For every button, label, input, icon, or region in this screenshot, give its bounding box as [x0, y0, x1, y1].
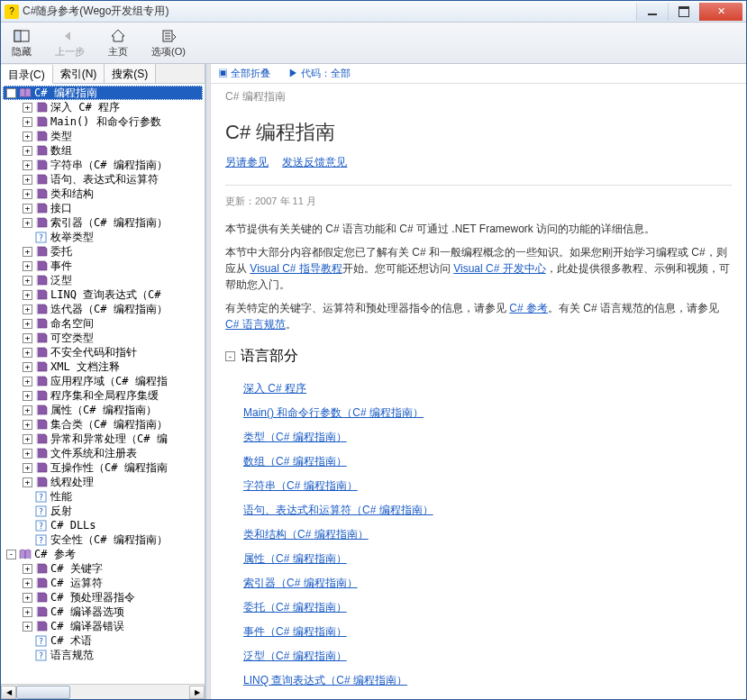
expand-icon[interactable]: + — [23, 247, 32, 257]
expand-icon[interactable]: + — [23, 333, 32, 343]
tree-node[interactable]: +数组 — [3, 143, 203, 158]
close-button[interactable] — [699, 3, 742, 21]
minimize-button[interactable] — [636, 3, 668, 21]
tree-node[interactable]: ?性能 — [3, 489, 203, 504]
tree-node[interactable]: +集合类（C# 编程指南） — [3, 417, 203, 432]
expand-icon[interactable]: + — [23, 391, 32, 401]
expand-icon[interactable]: + — [23, 103, 32, 113]
expand-icon[interactable]: + — [23, 290, 32, 300]
topic-link[interactable]: 语句、表达式和运算符（C# 编程指南） — [243, 498, 732, 523]
tree-node[interactable]: +C# 编译器选项 — [3, 605, 203, 619]
expand-icon[interactable]: + — [23, 276, 32, 286]
topic-link[interactable]: 字符串（C# 编程指南） — [243, 474, 732, 498]
tree-node[interactable]: +命名空间 — [3, 316, 203, 331]
tree-node[interactable]: +可空类型 — [3, 331, 203, 345]
expand-icon[interactable]: + — [23, 189, 32, 199]
topic-link[interactable]: 事件（C# 编程指南） — [243, 620, 732, 644]
tree-node[interactable]: +线程处理 — [3, 475, 203, 489]
expand-icon[interactable]: + — [23, 377, 32, 386]
scroll-track[interactable] — [16, 686, 189, 699]
visual-csharp-tutorial-link[interactable]: Visual C# 指导教程 — [250, 262, 342, 275]
tree-node[interactable]: ?反射 — [3, 504, 203, 518]
expand-icon[interactable]: + — [23, 477, 32, 487]
expand-icon[interactable]: + — [23, 607, 32, 617]
csharp-reference-link[interactable]: C# 参考 — [509, 302, 548, 314]
tree-node[interactable]: +C# 关键字 — [3, 561, 203, 576]
expand-icon[interactable]: + — [23, 463, 32, 473]
tree-node[interactable]: +C# 预处理器指令 — [3, 590, 203, 605]
topic-link[interactable]: 委托（C# 编程指南） — [243, 595, 732, 620]
expand-icon[interactable]: + — [23, 622, 32, 632]
tree-node[interactable]: +程序集和全局程序集缓 — [3, 388, 203, 403]
expand-icon[interactable]: + — [23, 261, 32, 271]
tree-node[interactable]: +深入 C# 程序 — [3, 100, 203, 114]
tree-node[interactable]: +互操作性（C# 编程指南 — [3, 460, 203, 475]
tree-node[interactable]: +C# 编译器错误 — [3, 619, 203, 633]
tree-node[interactable]: +异常和异常处理（C# 编 — [3, 432, 203, 446]
expand-icon[interactable]: + — [23, 434, 32, 444]
topic-link[interactable]: Lambda 表达式（C# 编程指南） — [243, 693, 732, 699]
tree-node[interactable]: +文件系统和注册表 — [3, 446, 203, 460]
expand-icon[interactable]: + — [23, 218, 32, 228]
topic-link[interactable]: 索引器（C# 编程指南） — [243, 571, 732, 595]
tree-node[interactable]: +XML 文档注释 — [3, 359, 203, 374]
collapse-section-icon[interactable]: - — [225, 351, 235, 361]
see-also-link[interactable]: 另请参见 — [225, 156, 269, 168]
topic-link[interactable]: 类和结构（C# 编程指南） — [243, 523, 732, 547]
topic-link[interactable]: Main() 和命令行参数（C# 编程指南） — [243, 401, 732, 425]
tree-horizontal-scrollbar[interactable]: ◀ ▶ — [1, 684, 205, 699]
expand-icon[interactable]: + — [23, 564, 32, 574]
expand-icon[interactable]: + — [23, 593, 32, 603]
contents-tree[interactable]: -C# 编程指南+深入 C# 程序+Main() 和命令行参数+类型+数组+字符… — [1, 84, 205, 684]
tree-node[interactable]: +委托 — [3, 244, 203, 259]
expand-icon[interactable]: + — [23, 420, 32, 430]
search-tab[interactable]: 搜索(S) — [105, 64, 156, 83]
tree-node[interactable]: -C# 参考 — [3, 547, 203, 561]
hide-button[interactable]: 隐藏 — [6, 26, 37, 60]
tree-node[interactable]: +LINQ 查询表达式（C# — [3, 287, 203, 302]
visual-csharp-dev-center-link[interactable]: Visual C# 开发中心 — [453, 262, 545, 275]
scroll-left-button[interactable]: ◀ — [1, 686, 16, 699]
expand-icon[interactable]: + — [23, 319, 32, 329]
feedback-link[interactable]: 发送反馈意见 — [282, 156, 347, 168]
expand-icon[interactable]: + — [23, 132, 32, 141]
tree-node[interactable]: ?C# DLLs — [3, 518, 203, 532]
options-button[interactable]: 选项(O) — [146, 26, 191, 60]
topic-link[interactable]: 泛型（C# 编程指南） — [243, 644, 732, 668]
tree-node[interactable]: +事件 — [3, 259, 203, 273]
topic-link[interactable]: 类型（C# 编程指南） — [243, 425, 732, 450]
expand-icon[interactable]: + — [23, 449, 32, 459]
tree-node[interactable]: +属性（C# 编程指南） — [3, 403, 203, 417]
expand-icon[interactable]: - — [6, 88, 16, 98]
content-scroll[interactable]: C# 编程指南 C# 编程指南 另请参见 发送反馈意见 更新：2007 年 11… — [211, 84, 746, 699]
expand-icon[interactable]: + — [23, 362, 32, 372]
tree-node[interactable]: +接口 — [3, 201, 203, 215]
expand-icon[interactable]: + — [23, 160, 32, 170]
tree-node[interactable]: -C# 编程指南 — [3, 86, 203, 100]
expand-icon[interactable]: - — [6, 550, 16, 559]
scroll-thumb[interactable] — [16, 686, 70, 699]
tree-node[interactable]: ?语言规范 — [3, 648, 203, 662]
tree-node[interactable]: +C# 运算符 — [3, 576, 203, 590]
expand-icon[interactable]: + — [23, 305, 32, 314]
index-tab[interactable]: 索引(N) — [53, 64, 105, 83]
expand-icon[interactable]: + — [23, 405, 32, 415]
maximize-button[interactable] — [668, 3, 699, 21]
tree-node[interactable]: +语句、表达式和运算符 — [3, 172, 203, 186]
expand-icon[interactable]: + — [23, 146, 32, 156]
titlebar[interactable]: ? C#随身参考(Wego开发组专用) — [1, 1, 746, 23]
tree-node[interactable]: +Main() 和命令行参数 — [3, 114, 203, 129]
tree-node[interactable]: ?枚举类型 — [3, 230, 203, 244]
tree-node[interactable]: +类和结构 — [3, 186, 203, 201]
tree-node[interactable]: +索引器（C# 编程指南） — [3, 215, 203, 230]
expand-icon[interactable]: + — [23, 204, 32, 214]
topic-link[interactable]: 深入 C# 程序 — [243, 377, 732, 401]
back-button[interactable]: 上一步 — [50, 26, 90, 60]
topic-link[interactable]: LINQ 查询表达式（C# 编程指南） — [243, 668, 732, 693]
tree-node[interactable]: ?安全性（C# 编程指南） — [3, 532, 203, 547]
tree-node[interactable]: +迭代器（C# 编程指南） — [3, 302, 203, 316]
csharp-spec-link[interactable]: C# 语言规范 — [225, 318, 286, 331]
expand-icon[interactable]: + — [23, 175, 32, 185]
tree-node[interactable]: +类型 — [3, 129, 203, 143]
expand-icon[interactable]: + — [23, 348, 32, 358]
